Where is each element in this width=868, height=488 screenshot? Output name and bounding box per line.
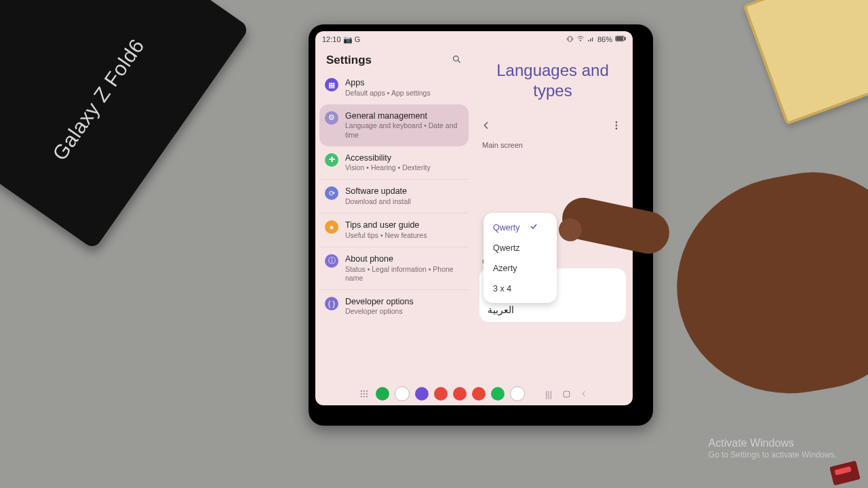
software-icon: ⟳: [325, 186, 338, 200]
svg-point-10: [454, 56, 459, 62]
status-left-icons: 📷 G: [343, 35, 361, 43]
signal-icon: [587, 35, 595, 44]
sidebar-item-tips[interactable]: ●Tips and user guideUseful tips • New fe…: [319, 213, 469, 247]
status-battery-text: 86%: [597, 35, 612, 43]
dock-app-browser[interactable]: [415, 387, 429, 401]
layout-option-qwertz[interactable]: Qwertz: [484, 238, 557, 258]
sidebar-item-title: Software update: [345, 186, 411, 197]
svg-point-19: [363, 393, 365, 394]
svg-point-14: [616, 128, 617, 129]
apps-icon: ▦: [325, 78, 338, 92]
svg-point-23: [366, 396, 368, 397]
svg-point-17: [366, 390, 368, 392]
svg-rect-5: [590, 39, 591, 41]
layout-option-qwerty[interactable]: Qwerty: [484, 217, 557, 238]
sidebar-item-title: About phone: [345, 254, 463, 265]
back-icon[interactable]: [481, 120, 492, 133]
svg-line-11: [458, 60, 460, 62]
battery-icon: [615, 35, 626, 43]
svg-rect-0: [568, 36, 572, 41]
svg-point-3: [580, 40, 580, 41]
taskbar: |||: [315, 384, 633, 404]
watermark-sub: Go to Settings to activate Windows.: [709, 450, 837, 461]
svg-point-13: [616, 125, 617, 126]
check-icon: [530, 222, 538, 232]
layout-option-3-x-4[interactable]: 3 x 4: [484, 279, 557, 299]
sidebar-item-title: Tips and user guide: [345, 220, 427, 231]
svg-point-12: [616, 121, 617, 123]
corner-badge: [829, 461, 861, 486]
accessibility-icon: ✚: [325, 153, 338, 167]
device-screen: 12:10 📷 G 86%: [315, 31, 633, 405]
layout-option-azerty[interactable]: Azerty: [484, 258, 557, 279]
windows-watermark: Activate Windows Go to Settings to activ…: [709, 436, 837, 461]
status-time: 12:10: [322, 35, 341, 43]
vibrate-icon: [566, 35, 574, 44]
main-screen-section-label: Main screen: [473, 137, 633, 152]
sidebar-item-general[interactable]: ⚙General managementLanguage and keyboard…: [319, 104, 469, 146]
dock-app-5[interactable]: [434, 387, 448, 401]
dock-app-youtube[interactable]: [472, 387, 486, 401]
status-bar: 12:10 📷 G 86%: [315, 31, 633, 45]
nav-back-icon[interactable]: [578, 388, 590, 399]
detail-title: Languages and types: [473, 45, 633, 120]
cover-language-name: العربية: [488, 304, 618, 315]
settings-sidebar: Settings ▦AppsDefault apps • App setting…: [315, 45, 473, 395]
sidebar-item-software[interactable]: ⟳Software updateDownload and install: [319, 179, 469, 213]
svg-point-20: [366, 393, 368, 394]
dock-app-6[interactable]: [453, 387, 467, 401]
sidebar-item-about[interactable]: ⓘAbout phoneStatus • Legal information •…: [319, 247, 469, 289]
tips-icon: ●: [325, 220, 338, 234]
app-drawer-icon[interactable]: [358, 388, 370, 399]
svg-rect-6: [592, 37, 593, 41]
keyboard-layout-dropdown[interactable]: QwertyQwertzAzerty3 x 4: [484, 213, 557, 303]
svg-rect-9: [616, 37, 623, 41]
more-icon[interactable]: [611, 120, 622, 133]
svg-rect-4: [588, 39, 589, 41]
general-icon: ⚙: [325, 111, 338, 125]
dev-icon: { }: [325, 297, 338, 310]
device-frame: 12:10 📷 G 86%: [309, 24, 653, 426]
nav-recents-icon[interactable]: |||: [542, 388, 555, 399]
sidebar-item-apps[interactable]: ▦AppsDefault apps • App settings: [319, 71, 469, 104]
sidebar-item-title: Apps: [345, 78, 431, 89]
svg-point-22: [363, 396, 365, 397]
sidebar-item-dev[interactable]: { }Developer optionsDeveloper options: [319, 289, 469, 323]
sidebar-item-sub: Status • Legal information • Phone name: [345, 265, 463, 283]
svg-point-15: [361, 390, 362, 392]
settings-title: Settings: [326, 54, 372, 67]
svg-point-21: [361, 396, 362, 397]
background-box: [0, 0, 250, 250]
sidebar-item-sub: Useful tips • New features: [345, 231, 427, 240]
search-icon[interactable]: [452, 54, 462, 66]
about-icon: ⓘ: [325, 254, 338, 268]
dock-app-photos[interactable]: [510, 386, 525, 401]
sidebar-item-sub: Download and install: [345, 197, 411, 206]
sidebar-item-title: Accessibility: [345, 153, 431, 164]
background-wood-prop: [743, 0, 868, 125]
dock-app-messages[interactable]: [395, 386, 410, 401]
sidebar-item-title: General management: [345, 111, 463, 122]
nav-home-icon[interactable]: [560, 388, 572, 399]
dock-app-spotify[interactable]: [491, 387, 505, 401]
svg-point-18: [361, 393, 362, 394]
svg-rect-8: [625, 37, 625, 40]
dock-app-phone[interactable]: [376, 387, 389, 401]
sidebar-item-sub: Language and keyboard • Date and time: [345, 121, 463, 139]
sidebar-item-title: Developer options: [345, 297, 414, 308]
wifi-icon: [576, 35, 585, 44]
watermark-title: Activate Windows: [709, 436, 837, 451]
sidebar-item-accessibility[interactable]: ✚AccessibilityVision • Hearing • Dexteri…: [319, 146, 469, 180]
svg-point-16: [363, 390, 365, 392]
sidebar-item-sub: Developer options: [345, 307, 414, 316]
sidebar-item-sub: Default apps • App settings: [345, 89, 431, 98]
svg-rect-24: [564, 391, 570, 397]
sidebar-item-sub: Vision • Hearing • Dexterity: [345, 163, 431, 172]
